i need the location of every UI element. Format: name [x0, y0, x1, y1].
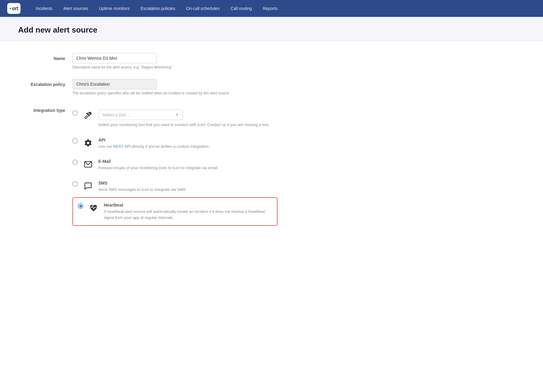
tool-option-desc: Select your monitoring tool that you wan… [98, 122, 278, 128]
email-option-content: E-Mail Forward emails of your monitoring… [98, 159, 278, 171]
radio-sms[interactable] [72, 181, 78, 187]
integration-option-api[interactable]: API Use our REST API directly if you've … [72, 133, 278, 154]
nav-item-reports[interactable]: Reports [257, 0, 283, 17]
name-hint: Descriptive name for the alert source, e… [72, 65, 278, 69]
integration-type-row: Integration type Select a tool ... [18, 105, 278, 226]
heartbeat-option-desc: A heartbeat alert source will automatica… [104, 209, 272, 220]
name-row: Name Descriptive name for the alert sour… [18, 53, 278, 69]
nav-link-reports[interactable]: Reports [257, 0, 283, 17]
nav-links: Incidents Alert sources Uptime monitors … [30, 0, 283, 17]
sms-option-content: SMS Send SMS messages to iLert to integr… [98, 181, 278, 193]
api-option-content: API Use our REST API directly if you've … [98, 138, 278, 150]
page-header: Add new alert source [0, 17, 543, 41]
rest-api-link[interactable]: REST API [113, 144, 131, 149]
integration-option-heartbeat[interactable]: Heartbeat A heartbeat alert source will … [72, 197, 278, 226]
chevron-down-icon: ▼ [175, 113, 179, 117]
integration-option-sms[interactable]: SMS Send SMS messages to iLert to integr… [72, 176, 278, 198]
form-section: Name Descriptive name for the alert sour… [18, 53, 278, 226]
escalation-policy-row: Escalation policy Chris's Escalation The… [18, 79, 278, 95]
heartbeat-icon [88, 203, 99, 213]
escalation-value: Chris's Escalation [76, 82, 110, 87]
api-option-title: API [98, 138, 278, 142]
email-option-desc: Forward emails of your monitoring tools … [98, 165, 278, 171]
heartbeat-option-title: Heartbeat [104, 203, 272, 207]
tool-option-content: Select a tool ... ▼ Select your monitori… [98, 110, 278, 128]
integration-label: Integration type [18, 105, 72, 113]
sms-option-desc: Send SMS messages to iLert to integrate … [98, 187, 278, 193]
brand-logo-container[interactable]: iLert [7, 3, 21, 14]
nav-link-on-call-schedules[interactable]: On-call schedules [181, 0, 225, 17]
radio-api[interactable] [72, 138, 78, 144]
radio-email[interactable] [72, 160, 78, 165]
navbar: iLert Incidents Alert sources Uptime mon… [0, 0, 543, 17]
tool-dropdown[interactable]: Select a tool ... ▼ [98, 110, 183, 120]
gear-icon [83, 138, 94, 148]
escalation-select[interactable]: Chris's Escalation [72, 79, 157, 89]
integration-option-email[interactable]: E-Mail Forward emails of your monitoring… [72, 154, 278, 176]
sms-icon [83, 181, 94, 191]
name-field-container: Descriptive name for the alert source, e… [72, 53, 278, 69]
escalation-label: Escalation policy [18, 79, 72, 87]
nav-link-uptime-monitors[interactable]: Uptime monitors [94, 0, 135, 17]
email-option-title: E-Mail [98, 159, 278, 164]
escalation-hint: The escalation policy specifies who will… [72, 91, 278, 95]
nav-item-incidents[interactable]: Incidents [30, 0, 58, 17]
nav-item-escalation-policies[interactable]: Escalation policies [135, 0, 181, 17]
tool-dropdown-placeholder: Select a tool ... [102, 112, 130, 117]
integration-option-tool[interactable]: Select a tool ... ▼ Select your monitori… [72, 105, 278, 133]
name-label: Name [18, 53, 72, 61]
email-icon [83, 159, 94, 170]
nav-item-on-call-schedules[interactable]: On-call schedules [181, 0, 225, 17]
nav-item-uptime-monitors[interactable]: Uptime monitors [94, 0, 135, 17]
escalation-field-container: Chris's Escalation The escalation policy… [72, 79, 278, 95]
wrench-icon [83, 110, 94, 121]
nav-link-incidents[interactable]: Incidents [30, 0, 58, 17]
brand-logo: iLert [7, 3, 21, 14]
main-content: Name Descriptive name for the alert sour… [0, 41, 543, 392]
name-input[interactable] [72, 53, 157, 63]
radio-heartbeat[interactable] [78, 203, 83, 209]
sms-option-title: SMS [98, 181, 278, 185]
api-option-desc: Use our REST API directly if you've writ… [98, 144, 278, 150]
nav-link-call-routing[interactable]: Call routing [225, 0, 257, 17]
heartbeat-option-content: Heartbeat A heartbeat alert source will … [104, 203, 272, 220]
nav-link-alert-sources[interactable]: Alert sources [58, 0, 94, 17]
integration-options: Select a tool ... ▼ Select your monitori… [72, 105, 278, 226]
nav-link-escalation-policies[interactable]: Escalation policies [135, 0, 181, 17]
radio-tool[interactable] [72, 110, 78, 116]
nav-item-call-routing[interactable]: Call routing [225, 0, 257, 17]
page-title: Add new alert source [18, 25, 525, 35]
nav-item-alert-sources[interactable]: Alert sources [58, 0, 94, 17]
